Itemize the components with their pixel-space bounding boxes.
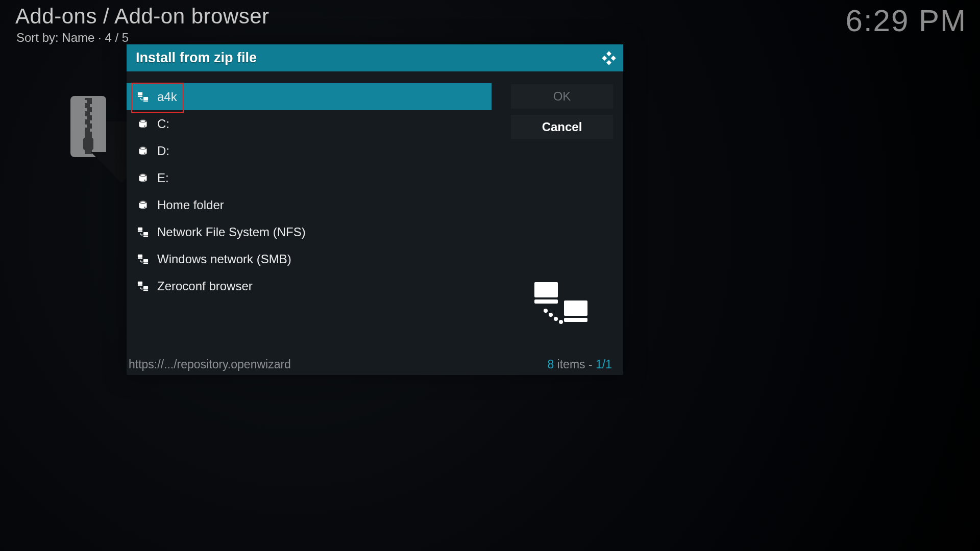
location-label: C:	[157, 117, 169, 131]
svg-point-33	[144, 180, 145, 181]
location-item[interactable]: Windows network (SMB)	[127, 245, 492, 272]
svg-rect-5	[90, 112, 94, 115]
svg-rect-40	[143, 232, 148, 235]
location-item[interactable]: Zeroconf browser	[127, 272, 492, 299]
drive-icon	[137, 145, 149, 157]
svg-point-24	[140, 120, 146, 122]
svg-point-43	[141, 234, 142, 235]
svg-rect-17	[143, 97, 148, 100]
location-label: Network File System (NFS)	[157, 225, 306, 239]
svg-point-29	[144, 153, 145, 154]
svg-rect-12	[606, 60, 611, 65]
network-icon	[137, 91, 149, 103]
ok-button[interactable]: OK	[511, 84, 613, 109]
svg-rect-18	[143, 101, 148, 102]
location-list: a4kC:D:E:Home folderNetwork File System …	[127, 83, 492, 354]
svg-rect-38	[138, 227, 142, 230]
location-label: E:	[157, 171, 169, 185]
kodi-logo-icon	[602, 51, 616, 65]
footer-path: https://.../repository.openwizard	[129, 358, 291, 371]
dialog-titlebar: Install from zip file	[127, 44, 623, 71]
network-shares-icon	[531, 279, 593, 330]
svg-rect-59	[534, 282, 558, 297]
svg-rect-60	[534, 299, 558, 304]
svg-rect-4	[83, 108, 87, 111]
svg-rect-8	[83, 124, 87, 128]
location-label: Home folder	[157, 198, 224, 212]
svg-point-63	[544, 309, 548, 313]
footer-count: 8 items - 1/1	[547, 358, 612, 371]
svg-rect-55	[143, 290, 148, 291]
svg-rect-39	[138, 231, 142, 232]
svg-rect-46	[138, 258, 142, 259]
svg-rect-10	[83, 138, 93, 150]
svg-rect-13	[602, 56, 607, 61]
location-item[interactable]: E:	[127, 164, 492, 191]
svg-point-50	[141, 261, 142, 262]
dialog-title: Install from zip file	[136, 50, 257, 66]
svg-point-25	[144, 126, 145, 127]
svg-rect-45	[138, 254, 142, 257]
svg-point-49	[140, 260, 141, 261]
location-item[interactable]: D:	[127, 137, 492, 164]
svg-rect-3	[90, 104, 94, 107]
cancel-button[interactable]: Cancel	[511, 115, 613, 139]
location-label: Zeroconf browser	[157, 279, 253, 293]
svg-point-32	[140, 174, 146, 176]
svg-rect-14	[611, 56, 616, 61]
preview-pane	[511, 255, 613, 355]
svg-point-65	[554, 317, 558, 321]
svg-rect-11	[606, 51, 611, 56]
svg-rect-41	[143, 236, 148, 237]
breadcrumb: Add-ons / Add-on browser	[15, 4, 270, 29]
svg-rect-47	[143, 259, 148, 262]
svg-point-37	[144, 207, 145, 208]
location-item[interactable]: Home folder	[127, 191, 492, 218]
svg-point-19	[140, 98, 141, 99]
svg-rect-7	[90, 120, 94, 123]
svg-rect-6	[83, 116, 87, 119]
svg-point-56	[140, 287, 141, 288]
svg-rect-62	[564, 318, 587, 322]
svg-rect-2	[83, 100, 87, 103]
svg-rect-54	[143, 286, 148, 289]
location-label: Windows network (SMB)	[157, 252, 291, 266]
clock: 6:29 PM	[846, 3, 967, 38]
svg-point-28	[140, 147, 146, 149]
svg-point-36	[140, 201, 146, 203]
svg-rect-9	[90, 129, 94, 132]
svg-point-57	[141, 288, 142, 289]
svg-rect-52	[138, 281, 142, 284]
network-icon	[137, 280, 149, 292]
drive-icon	[137, 172, 149, 184]
install-zip-dialog: Install from zip file a4kC:D:E:Home fold…	[127, 44, 623, 375]
svg-point-66	[559, 320, 563, 324]
location-item[interactable]: C:	[127, 110, 492, 137]
svg-rect-15	[138, 92, 142, 95]
network-icon	[137, 226, 149, 238]
svg-point-64	[549, 313, 553, 317]
sort-line: Sort by: Name · 4 / 5	[16, 31, 129, 45]
svg-point-20	[141, 99, 142, 100]
location-item[interactable]: a4k	[127, 83, 492, 110]
drive-icon	[137, 118, 149, 130]
location-label: D:	[157, 144, 169, 158]
svg-point-42	[140, 233, 141, 234]
location-item[interactable]: Network File System (NFS)	[127, 218, 492, 245]
svg-rect-48	[143, 263, 148, 264]
svg-rect-53	[138, 285, 142, 286]
drive-icon	[137, 199, 149, 211]
location-label: a4k	[157, 90, 177, 104]
svg-rect-61	[564, 300, 587, 316]
network-icon	[137, 253, 149, 265]
svg-rect-16	[138, 96, 142, 97]
